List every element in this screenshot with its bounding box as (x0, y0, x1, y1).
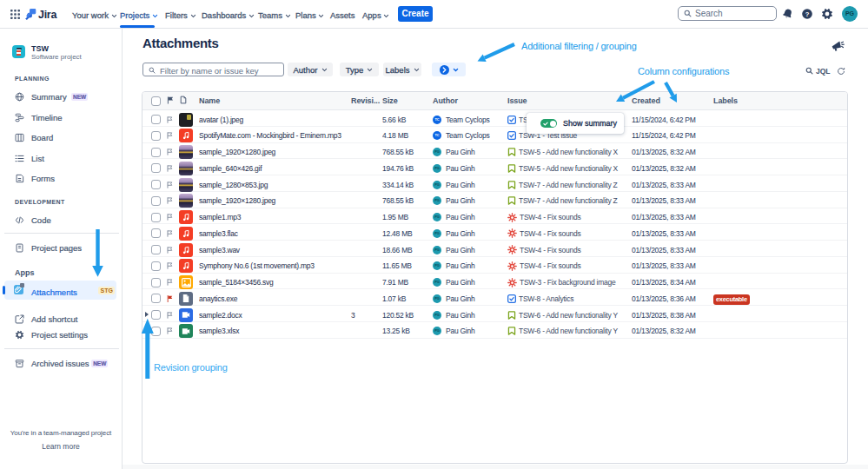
svg-text:?: ? (805, 10, 810, 18)
